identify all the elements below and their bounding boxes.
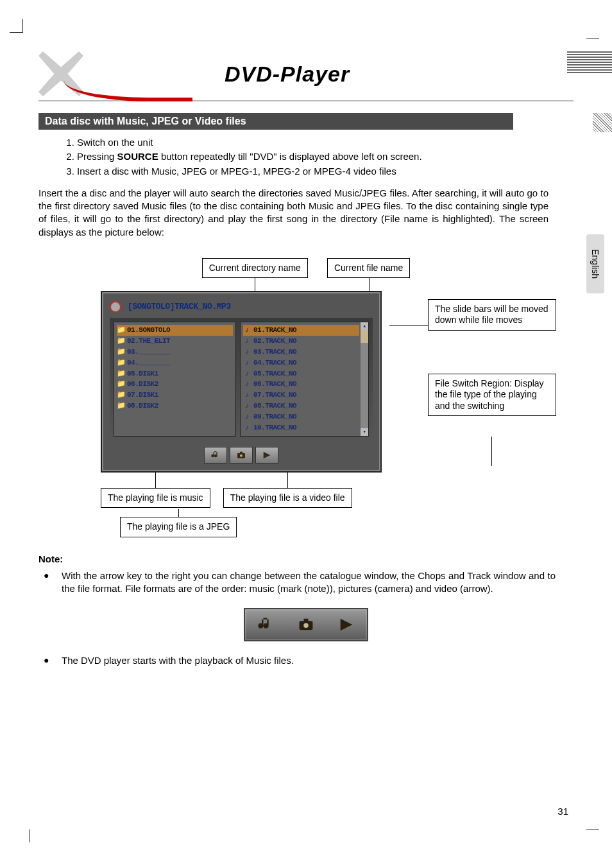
dir-label: 06.DISK2: [127, 379, 158, 389]
note-heading: Note:: [38, 553, 574, 566]
chapter-title: DVD-Player: [225, 62, 350, 87]
language-tab-label: English: [590, 249, 602, 279]
file-label: 04.TRACK_NO: [253, 358, 296, 368]
callout-playing-video: The playing file is a video file: [223, 488, 352, 508]
svg-point-4: [303, 623, 308, 628]
camera-icon: [236, 450, 246, 460]
step-item: Pressing SOURCE button repeatedly till "…: [77, 150, 574, 163]
scroll-up-icon[interactable]: ▴: [361, 322, 368, 330]
filetype-toolbar-illustration: [244, 608, 368, 641]
callout-slide-bars: The slide bars will be moved down while …: [428, 299, 556, 331]
file-label: 06.TRACK_NO: [253, 379, 296, 389]
scroll-thumb[interactable]: [361, 330, 368, 343]
dir-label: 02.THE_ELIT: [127, 336, 170, 346]
note-bullet: With the arrow key to the right you can …: [62, 569, 556, 596]
file-row: ♪06.TRACK_NO: [243, 379, 359, 390]
step-item: Insert a disc with Music, JPEG or MPEG-1…: [77, 165, 574, 178]
dir-label: 08.DISK2: [127, 401, 158, 411]
dir-row: 📁03.________: [117, 347, 233, 358]
header-swoosh: [64, 81, 192, 101]
dir-label: 01.SONGTOLO: [127, 326, 170, 335]
svg-rect-2: [240, 451, 242, 453]
dir-row: 📁02.THE_ELIT: [117, 336, 233, 347]
dir-row: 📁07.DISK1: [117, 390, 233, 401]
player-figure: Current directory name Current file name…: [81, 258, 531, 537]
note-bullet: The DVD player starts with the playback …: [62, 654, 556, 667]
dir-row: 📁04.________: [117, 358, 233, 369]
directory-pane: 📁01.SONGTOLO 📁02.THE_ELIT 📁03.________ 📁…: [114, 322, 236, 436]
callout-current-file: Current file name: [327, 258, 410, 279]
callout-playing-music: The playing file is music: [101, 488, 210, 508]
step-item: Switch on the unit: [77, 136, 574, 149]
crop-mark: [586, 829, 599, 842]
camera-icon: [297, 616, 315, 634]
jpeg-tab[interactable]: [230, 447, 253, 464]
file-row: ♪02.TRACK_NO: [243, 336, 359, 347]
crop-mark: [16, 829, 30, 842]
dir-label: 07.DISK1: [127, 390, 158, 400]
video-tab[interactable]: [255, 447, 278, 464]
music-tab[interactable]: [204, 447, 227, 464]
file-row: ♪10.TRACK_NO: [243, 422, 359, 433]
music-icon: [210, 450, 221, 460]
steps-list: Switch on the unit Pressing SOURCE butto…: [38, 136, 574, 178]
scroll-down-icon[interactable]: ▾: [361, 428, 368, 436]
file-row: ♪07.TRACK_NO: [243, 390, 359, 401]
music-icon: [257, 616, 275, 634]
dir-row: 📁01.SONGTOLO: [117, 325, 233, 336]
file-row: ♪04.TRACK_NO: [243, 358, 359, 369]
player-title-text: [SONGTOLO]TRACK_NO.MP3: [128, 301, 231, 313]
arrow-icon: [337, 616, 355, 634]
section-heading: Data disc with Music, JPEG or Video file…: [38, 113, 513, 130]
keyword-source: SOURCE: [117, 151, 158, 162]
callout-current-dir: Current directory name: [202, 258, 308, 279]
file-row: ♪03.TRACK_NO: [243, 347, 359, 358]
file-label: 05.TRACK_NO: [253, 369, 296, 379]
arrow-icon: [262, 450, 272, 460]
chapter-header: DVD-Player: [38, 51, 574, 101]
file-pane: ▴ ▾ ♪01.TRACK_NO ♪02.TRACK_NO ♪03.TRACK_…: [240, 322, 369, 436]
dir-label: 04.________: [127, 358, 170, 368]
file-label: 08.TRACK_NO: [253, 401, 296, 411]
intro-paragraph: Insert the a disc and the player will au…: [38, 187, 548, 239]
file-row: ♪05.TRACK_NO: [243, 369, 359, 379]
callout-playing-jpeg: The playing file is a JPEG: [120, 517, 237, 537]
file-label: 10.TRACK_NO: [253, 423, 296, 433]
dir-row: 📁06.DISK2: [117, 379, 233, 390]
svg-point-1: [240, 454, 242, 456]
dir-label: 05.DISK1: [127, 369, 158, 379]
file-label: 02.TRACK_NO: [253, 336, 296, 346]
file-row: ♪09.TRACK_NO: [243, 412, 359, 422]
decor-lines: [567, 51, 612, 74]
scrollbar[interactable]: ▴ ▾: [361, 322, 368, 435]
decor-hatch: [593, 113, 612, 132]
crop-mark: [10, 19, 23, 33]
file-row: ♪01.TRACK_NO: [243, 325, 359, 336]
page-number: 31: [557, 806, 568, 817]
file-label: 07.TRACK_NO: [253, 390, 296, 400]
svg-rect-5: [303, 619, 308, 622]
callout-file-switch: File Switch Region: Display the file typ…: [428, 374, 556, 417]
crop-mark: [586, 26, 599, 39]
dir-row: 📁08.DISK2: [117, 401, 233, 412]
file-label: 09.TRACK_NO: [253, 412, 296, 422]
player-window: [SONGTOLO]TRACK_NO.MP3 📁01.SONGTOLO 📁02.…: [101, 291, 382, 472]
file-label: 03.TRACK_NO: [253, 347, 296, 357]
player-titlebar: [SONGTOLO]TRACK_NO.MP3: [110, 301, 373, 313]
file-label: 01.TRACK_NO: [253, 326, 296, 335]
dir-row: 📁05.DISK1: [117, 369, 233, 379]
disc-icon: [110, 301, 121, 313]
dir-label: 03.________: [127, 347, 170, 357]
language-tab: English: [586, 234, 604, 293]
file-row: ♪08.TRACK_NO: [243, 401, 359, 412]
